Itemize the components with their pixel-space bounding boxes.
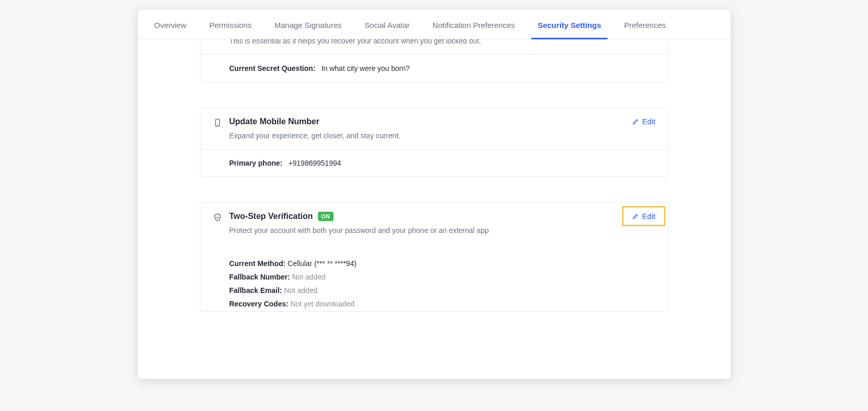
tsv-current-method-value: Cellular (*** ** ****94)	[287, 259, 356, 268]
tsv-current-method-row: Current Method: Cellular (*** ** ****94)	[229, 259, 656, 268]
phone-icon	[213, 118, 222, 127]
two-step-verification-card: Two-Step Verification ON Protect your ac…	[200, 202, 669, 312]
pencil-icon	[632, 213, 639, 220]
edit-highlight-annotation: Edit	[622, 206, 666, 226]
tab-security-settings[interactable]: Security Settings	[527, 9, 612, 39]
tsv-fallback-email-row: Fallback Email: Not added	[229, 286, 656, 295]
primary-phone-row: Primary phone: +919869951994	[229, 159, 656, 167]
tsv-card-title: Two-Step Verification	[229, 212, 313, 221]
primary-phone-value: +919869951994	[288, 159, 341, 167]
secret-question-card: This is essential as it helps you recove…	[200, 39, 669, 82]
mobile-card-description: Expand your experience, get closer, and …	[229, 131, 632, 140]
tab-permissions[interactable]: Permissions	[199, 9, 262, 39]
tsv-card-description: Protect your account with both your pass…	[229, 226, 622, 234]
secret-question-label: Current Secret Question:	[229, 64, 315, 72]
tsv-fallback-number-value: Not added	[292, 273, 326, 281]
mobile-card-title: Update Mobile Number	[229, 117, 632, 126]
tsv-fallback-email-label: Fallback Email	[229, 286, 280, 295]
secret-question-row: Current Secret Question: In what city we…	[229, 64, 656, 72]
content-area: This is essential as it helps you recove…	[138, 39, 731, 379]
tsv-recovery-codes-row: Recovery Codes: Not yet downloaded	[229, 300, 656, 308]
tab-social-avatar[interactable]: Social Avatar	[354, 9, 420, 39]
shield-icon	[213, 213, 222, 222]
tab-manage-signatures[interactable]: Manage Signatures	[264, 9, 352, 39]
tsv-recovery-codes-value: Not yet downloaded	[291, 300, 355, 308]
tsv-fallback-number-label: Fallback Number	[229, 273, 288, 281]
primary-phone-label: Primary phone:	[229, 159, 283, 167]
edit-mobile-link[interactable]: Edit	[632, 117, 656, 126]
tsv-fallback-email-value: Not added	[284, 286, 317, 295]
tsv-recovery-codes-label: Recovery Codes	[229, 300, 286, 308]
edit-label: Edit	[642, 117, 656, 126]
tab-bar: Overview Permissions Manage Signatures S…	[138, 9, 731, 39]
tsv-fallback-number-row: Fallback Number: Not added	[229, 273, 656, 281]
edit-label: Edit	[642, 212, 656, 221]
edit-tsv-link[interactable]: Edit	[632, 212, 656, 221]
secret-question-description: This is essential as it helps you recove…	[229, 39, 656, 45]
tab-overview[interactable]: Overview	[144, 9, 197, 39]
tsv-current-method-label: Current Method	[229, 259, 283, 268]
settings-window: Overview Permissions Manage Signatures S…	[138, 9, 731, 379]
mobile-number-card: Update Mobile Number Expand your experie…	[200, 107, 669, 177]
secret-question-value: In what city were you born?	[322, 64, 410, 72]
pencil-icon	[632, 118, 639, 125]
tab-preferences[interactable]: Preferences	[614, 9, 676, 39]
tab-notification-preferences[interactable]: Notification Preferences	[422, 9, 525, 39]
tsv-status-badge: ON	[318, 212, 334, 221]
